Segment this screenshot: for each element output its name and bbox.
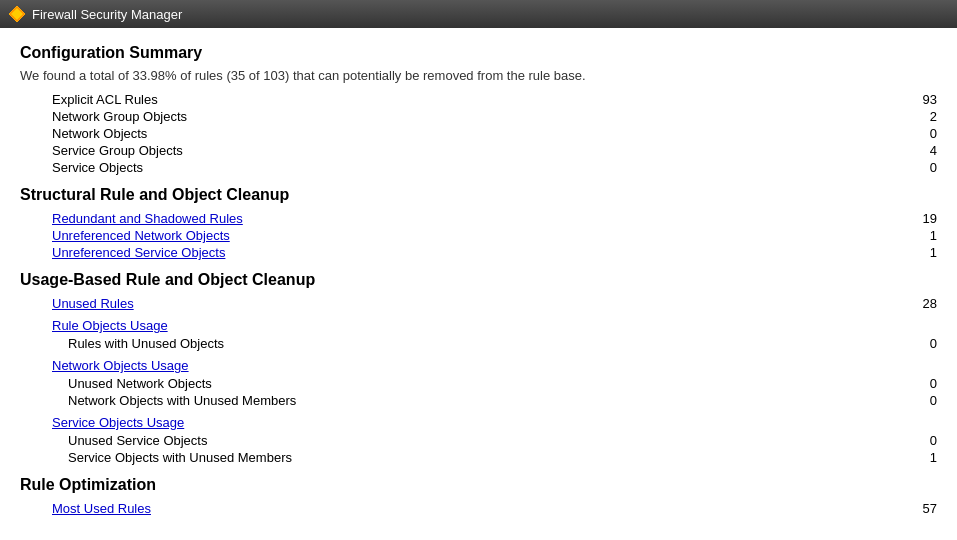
- title-bar: Firewall Security Manager: [0, 0, 957, 28]
- network-objects-count: 0: [907, 126, 937, 141]
- service-objects-count: 0: [907, 160, 937, 175]
- network-objects-usage-header[interactable]: Network Objects Usage: [20, 356, 937, 375]
- network-group-objects-label: Network Group Objects: [52, 109, 907, 124]
- unreferenced-service-link[interactable]: Unreferenced Service Objects: [52, 245, 907, 260]
- service-objects-unused-members-label: Service Objects with Unused Members: [68, 450, 907, 465]
- list-item: Network Objects with Unused Members 0: [20, 392, 937, 409]
- most-used-rules-link[interactable]: Most Used Rules: [52, 501, 907, 516]
- service-objects-unused-members-count: 1: [907, 450, 937, 465]
- unreferenced-service-count: 1: [907, 245, 937, 260]
- service-objects-label: Service Objects: [52, 160, 907, 175]
- app-icon: [8, 5, 26, 23]
- list-item: Rules with Unused Objects 0: [20, 335, 937, 352]
- list-item: Unused Rules 28: [20, 295, 937, 312]
- service-group-objects-count: 4: [907, 143, 937, 158]
- rules-with-unused-objects-label: Rules with Unused Objects: [68, 336, 907, 351]
- list-item: Explicit ACL Rules 93: [20, 91, 937, 108]
- redundant-shadowed-count: 19: [907, 211, 937, 226]
- unused-rules-count: 28: [907, 296, 937, 311]
- network-objects-label: Network Objects: [52, 126, 907, 141]
- list-item: Unreferenced Network Objects 1: [20, 227, 937, 244]
- rule-optimization-heading: Rule Optimization: [20, 476, 937, 494]
- config-summary-heading: Configuration Summary: [20, 44, 937, 62]
- list-item: Redundant and Shadowed Rules 19: [20, 210, 937, 227]
- most-used-rules-count: 57: [907, 501, 937, 516]
- list-item: Network Objects 0: [20, 125, 937, 142]
- main-content: Configuration Summary We found a total o…: [0, 28, 957, 540]
- usage-section: Usage-Based Rule and Object Cleanup Unus…: [20, 271, 937, 466]
- app-title: Firewall Security Manager: [32, 7, 182, 22]
- unused-service-objects-count: 0: [907, 433, 937, 448]
- service-group-objects-label: Service Group Objects: [52, 143, 907, 158]
- list-item: Most Used Rules 57: [20, 500, 937, 517]
- network-group-objects-count: 2: [907, 109, 937, 124]
- rule-objects-usage-section: Rule Objects Usage Rules with Unused Obj…: [20, 316, 937, 352]
- explicit-acl-label: Explicit ACL Rules: [52, 92, 907, 107]
- config-summary-section: Configuration Summary We found a total o…: [20, 44, 937, 176]
- unused-service-objects-label: Unused Service Objects: [68, 433, 907, 448]
- unreferenced-network-link[interactable]: Unreferenced Network Objects: [52, 228, 907, 243]
- structural-section: Structural Rule and Object Cleanup Redun…: [20, 186, 937, 261]
- rule-optimization-section: Rule Optimization Most Used Rules 57: [20, 476, 937, 517]
- service-objects-usage-header[interactable]: Service Objects Usage: [20, 413, 937, 432]
- network-objects-usage-section: Network Objects Usage Unused Network Obj…: [20, 356, 937, 409]
- list-item: Service Objects 0: [20, 159, 937, 176]
- structural-heading: Structural Rule and Object Cleanup: [20, 186, 937, 204]
- list-item: Unused Network Objects 0: [20, 375, 937, 392]
- summary-text: We found a total of 33.98% of rules (35 …: [20, 68, 937, 83]
- unused-network-objects-count: 0: [907, 376, 937, 391]
- list-item: Unused Service Objects 0: [20, 432, 937, 449]
- explicit-acl-count: 93: [907, 92, 937, 107]
- list-item: Service Group Objects 4: [20, 142, 937, 159]
- rules-with-unused-objects-count: 0: [907, 336, 937, 351]
- network-objects-unused-members-label: Network Objects with Unused Members: [68, 393, 907, 408]
- network-objects-unused-members-count: 0: [907, 393, 937, 408]
- list-item: Network Group Objects 2: [20, 108, 937, 125]
- unused-network-objects-label: Unused Network Objects: [68, 376, 907, 391]
- redundant-shadowed-link[interactable]: Redundant and Shadowed Rules: [52, 211, 907, 226]
- unreferenced-network-count: 1: [907, 228, 937, 243]
- list-item: Unreferenced Service Objects 1: [20, 244, 937, 261]
- list-item: Service Objects with Unused Members 1: [20, 449, 937, 466]
- unused-rules-link[interactable]: Unused Rules: [52, 296, 907, 311]
- service-objects-usage-section: Service Objects Usage Unused Service Obj…: [20, 413, 937, 466]
- rule-objects-usage-header[interactable]: Rule Objects Usage: [20, 316, 937, 335]
- usage-heading: Usage-Based Rule and Object Cleanup: [20, 271, 937, 289]
